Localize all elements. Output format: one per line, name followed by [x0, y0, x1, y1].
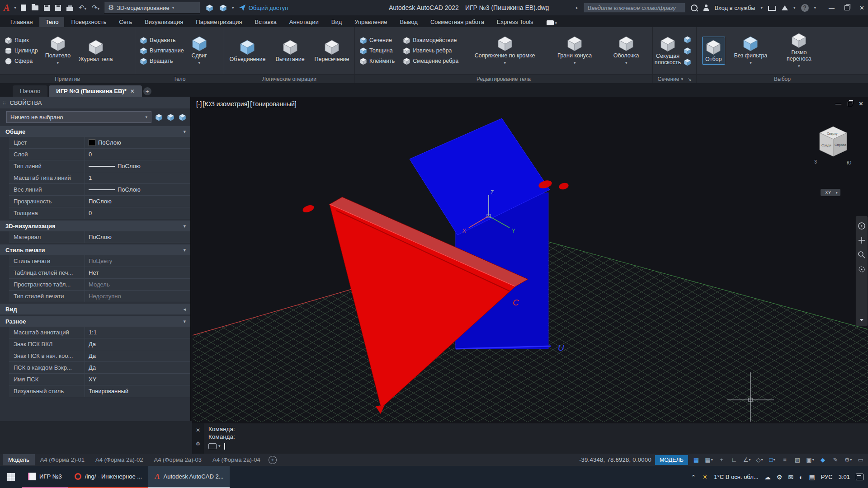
layout-tab-a4-01[interactable]: А4 (Форма 2)-01 [35, 454, 90, 465]
tab-vstavka[interactable]: Вставка [249, 17, 282, 27]
view-control[interactable]: [ЮЗ изометрия] [203, 100, 249, 108]
search-icon[interactable] [691, 5, 698, 11]
save-icon[interactable] [44, 5, 50, 11]
share-button[interactable]: Общий доступ [239, 4, 288, 11]
fillet-edge-button[interactable]: Сопряжение по кромке▾ [465, 33, 545, 68]
section-plane-button[interactable]: Секущая плоскость [654, 34, 682, 67]
tab-sovmestnaya-rabota[interactable]: Совместная работа [425, 17, 490, 27]
taskbar-app-igr[interactable]: ИГР №3 [22, 466, 68, 488]
tab-annotatsii[interactable]: Аннотации [283, 17, 325, 27]
tab-telo[interactable]: Тело [39, 17, 64, 27]
box-button[interactable]: Ящик [3, 36, 40, 45]
lineweight-icon[interactable]: ≡ [780, 455, 789, 465]
close-button[interactable]: ✕ [859, 5, 864, 11]
tab-set[interactable]: Сеть [113, 17, 138, 27]
visual-style-control[interactable]: [Тонированный] [250, 100, 297, 108]
navigation-bar[interactable] [856, 216, 868, 326]
polysolid-button[interactable]: Политело▾ [42, 33, 73, 68]
intersect-button[interactable]: Пересечение [312, 37, 352, 64]
panel-label-selection[interactable]: Выбор [697, 74, 868, 84]
autodesk-logo-icon[interactable] [782, 5, 788, 10]
palette-grip-icon[interactable]: ⁞⁞ [3, 100, 6, 105]
tab-poverhnost[interactable]: Поверхность [65, 17, 112, 27]
file-tab-start[interactable]: Начало [13, 85, 47, 97]
drawing-standards-icon[interactable] [205, 3, 214, 12]
clock[interactable]: 3:01 [839, 474, 850, 480]
workspace-selector[interactable]: ⚙ 3D-моделирование ▾ [104, 2, 200, 14]
viewport-minimize-icon[interactable]: — [835, 100, 841, 107]
extrude-button[interactable]: Выдавить [138, 36, 186, 45]
restore-button[interactable] [844, 5, 849, 10]
sheet-set-icon[interactable] [218, 3, 227, 12]
app-store-cart-icon[interactable] [768, 6, 776, 11]
autocad-menu-icon[interactable]: A [4, 3, 9, 12]
taskbar-app-browser[interactable]: /ing/ - Инженерное ... [68, 466, 148, 488]
command-customize-icon[interactable]: ⚙ [196, 441, 201, 447]
offset-edge-button[interactable]: Смещение ребра [401, 57, 460, 66]
new-tab-button[interactable]: ＋ [143, 87, 151, 95]
live-section-icon[interactable] [683, 46, 692, 55]
volume-icon[interactable]: ◐ [799, 474, 803, 481]
user-icon[interactable] [703, 5, 709, 11]
model-space-button[interactable]: МОДЕЛЬ [655, 455, 688, 465]
workspace-switch-icon[interactable]: ⚙▾ [844, 455, 853, 465]
revolve-button[interactable]: Вращать [138, 57, 186, 66]
select-objects-icon[interactable] [166, 113, 175, 122]
panel-label-solid[interactable]: Тело [135, 74, 224, 84]
command-keyboard-icon[interactable] [208, 443, 217, 449]
toolbar-overflow-icon[interactable]: ▾ [232, 5, 234, 10]
snap-icon[interactable]: ▦▾ [704, 455, 713, 465]
tab-upravlenie[interactable]: Управление [349, 17, 393, 27]
pickadd-toggle-icon[interactable] [154, 113, 163, 122]
interfere-button[interactable]: Взаимодействие [401, 36, 460, 45]
polar-tracking-icon[interactable]: ∠▾ [742, 455, 751, 465]
tab-parametrizatsiya[interactable]: Параметризация [190, 17, 248, 27]
object-type-dropdown[interactable]: Ничего не выбрано▾ [6, 111, 151, 123]
move-gizmo-button[interactable]: Гизмо переноса▾ [776, 30, 821, 71]
command-close-icon[interactable]: ✕ [196, 427, 200, 433]
redo-icon[interactable]: ↷▾ [92, 4, 99, 12]
generate-section-icon[interactable] [683, 57, 692, 66]
shell-button[interactable]: Оболочка▾ [604, 33, 648, 68]
plot-icon[interactable] [66, 7, 73, 11]
subtract-button[interactable]: Вычитание [273, 37, 307, 64]
signin-label[interactable]: Вход в службы [715, 5, 755, 11]
cloud-icon[interactable]: ☁ [764, 474, 771, 481]
dynamic-input-icon[interactable]: + [717, 455, 726, 465]
panel-label-boolean[interactable]: Логические операции [224, 74, 354, 84]
viewport-menu-control[interactable]: [-] [196, 100, 202, 108]
tab-express-tools[interactable]: Express Tools [491, 17, 539, 27]
properties-header[interactable]: ⁞⁞ СВОЙСТВА [0, 97, 190, 108]
layout-tab-a4-03[interactable]: А4 (Форма 2а)-03 [149, 454, 208, 465]
add-jog-icon[interactable] [683, 35, 692, 44]
sphere-button[interactable]: Сфера [3, 57, 40, 66]
mail-icon[interactable]: ✉ [788, 474, 793, 481]
tab-vyvod[interactable]: Вывод [394, 17, 424, 27]
new-file-icon[interactable] [21, 5, 26, 11]
section-plot-style[interactable]: Стиль печати▾ [0, 244, 190, 255]
quick-select-icon[interactable] [178, 113, 187, 122]
transparency-icon[interactable]: ▨ [793, 455, 802, 465]
start-button[interactable] [0, 466, 22, 488]
section-3d-visualization[interactable]: 3D-визуализация▾ [0, 221, 190, 231]
section-general[interactable]: Общие▾ [0, 126, 190, 137]
union-button[interactable]: Объединение [226, 37, 268, 64]
undo-icon[interactable]: ↶▾ [79, 4, 86, 12]
solid-history-button[interactable]: Журнал тела [76, 37, 115, 64]
search-expand-icon[interactable]: ▸ [576, 5, 578, 10]
tab-vid[interactable]: Вид [326, 17, 348, 27]
close-tab-icon[interactable]: ✕ [130, 88, 135, 94]
extract-edges-button[interactable]: Извлечь ребра [401, 47, 460, 55]
grid-icon[interactable]: ▦ [692, 455, 701, 465]
recent-commands-icon[interactable]: ▾ [218, 442, 221, 450]
slice-button[interactable]: Сечение [358, 36, 396, 45]
presspull-button[interactable]: Вытягивание [138, 47, 186, 55]
panel-label-primitive[interactable]: Примитив [0, 74, 135, 84]
cylinder-button[interactable]: Цилиндр [3, 47, 40, 55]
viewcube[interactable]: Сверху Сзади Справа З Ю XY ▾ [814, 127, 851, 196]
help-icon[interactable]: ? [801, 4, 809, 12]
imprint-button[interactable]: Клеймить [358, 57, 396, 66]
isodraft-icon[interactable]: ◇▾ [755, 455, 764, 465]
search-input[interactable] [584, 3, 685, 13]
osnap-icon[interactable]: □▾ [768, 455, 777, 465]
